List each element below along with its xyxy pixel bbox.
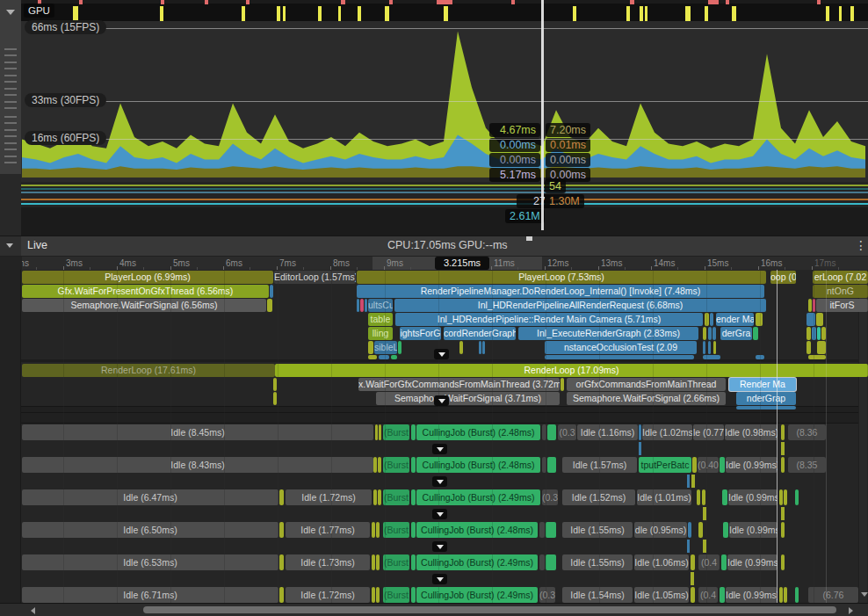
timeline-bar[interactable]: CullingJob (Burst) (2.49ms) [416, 554, 538, 570]
timeline-bar[interactable]: Idle (6.53ms) [22, 554, 278, 570]
timeline-bar[interactable] [539, 554, 545, 570]
timeline-bar[interactable]: Idle (1.72ms) [286, 587, 370, 603]
timeline-bar[interactable] [273, 392, 277, 405]
gpu-frame-marker[interactable] [318, 6, 322, 21]
timeline-bar[interactable]: Idle (0.99ms) [727, 554, 778, 570]
timeline-bar[interactable]: RenderLoop (17.09ms) [275, 364, 868, 377]
timeline-bar[interactable] [459, 341, 463, 354]
timeline-bar[interactable]: Idle (1.55ms) [562, 554, 633, 570]
timeline-bar[interactable]: Idle (1.77ms) [286, 522, 370, 538]
gpu-frame-marker[interactable] [277, 6, 280, 21]
timeline-bar[interactable]: Idle (0.99ms) [728, 489, 778, 505]
legend-drag-handle[interactable] [4, 129, 17, 137]
timeline-bar[interactable] [807, 341, 811, 354]
timeline-bar[interactable] [368, 355, 377, 359]
timeline-bar[interactable] [816, 313, 823, 326]
timeline-bar[interactable]: Idle (0.98ms) [725, 424, 778, 440]
timeline-bar[interactable] [539, 522, 545, 538]
timeline-bar[interactable]: sibleLi [374, 341, 397, 354]
timeline-bar[interactable] [702, 489, 705, 505]
flow-event-marker[interactable] [432, 476, 447, 487]
chart-selection-line[interactable] [541, 0, 544, 230]
timeline-bar[interactable] [373, 489, 377, 505]
timeline-bar[interactable] [817, 327, 821, 340]
timeline-bar[interactable] [379, 424, 381, 440]
timeline-sub-tick[interactable] [639, 442, 641, 455]
timeline-bar[interactable]: CullingJob (Burst) (2.49ms) [416, 587, 538, 603]
timeline-bar[interactable] [270, 285, 273, 298]
timeline-bar[interactable] [378, 489, 381, 505]
timeline-bar[interactable]: (Burst [383, 457, 409, 473]
timeline-bar[interactable]: (Burst [383, 522, 409, 538]
timeline-bar[interactable]: (0.40 [698, 457, 719, 473]
timeline-bar[interactable]: itForS [816, 299, 868, 312]
legend-drag-handle[interactable] [4, 142, 17, 150]
timeline-bar[interactable] [795, 489, 799, 505]
timeline-bar[interactable]: nstanceOcclusionTest (2.09 [545, 341, 697, 354]
timeline-bar[interactable]: (Burst [383, 554, 409, 570]
timeline-bar[interactable] [546, 522, 556, 538]
timeline-bar[interactable]: CullingJob (Burst) (2.48ms) [416, 457, 540, 473]
legend-drag-handle[interactable] [4, 48, 17, 56]
timeline-bar[interactable]: Inl_HDRenderPipeline::Render Main Camera… [395, 313, 703, 326]
timeline-bar[interactable] [781, 522, 785, 538]
timeline-bar[interactable]: (0.3 [539, 587, 555, 603]
timeline-bar[interactable] [479, 341, 481, 354]
timeline-bar[interactable] [376, 522, 380, 538]
legend-drag-handle[interactable] [4, 116, 17, 124]
scroll-right-icon[interactable] [849, 607, 857, 614]
timeline-bar[interactable]: Idle (1.06ms) [634, 554, 689, 570]
timeline-bar[interactable] [708, 341, 711, 354]
time-ruler[interactable]: 2ms3ms4ms5ms6ms7ms8ms9ms11ms12ms13ms14ms… [22, 257, 868, 270]
timeline-bar[interactable]: Idle (1.16ms) [577, 424, 638, 440]
timeline-bar[interactable] [482, 341, 485, 354]
timeline-bar[interactable]: derGra [720, 327, 752, 340]
legend-drag-handle[interactable] [4, 101, 17, 109]
timeline-bar[interactable]: RenderLoop (17.61ms) [22, 364, 275, 377]
timeline-bar[interactable] [279, 489, 284, 505]
timeline-bar[interactable] [639, 424, 641, 440]
timeline-bar[interactable] [561, 378, 564, 391]
timeline-bar[interactable] [708, 327, 712, 340]
timeline-bar[interactable] [375, 424, 378, 440]
timeline-bar[interactable]: erLoop (7.02 [813, 271, 868, 284]
timeline-bar[interactable]: CullingJob (Burst) (2.49ms) [416, 489, 540, 505]
kebab-menu-icon[interactable]: ⋮ [855, 238, 867, 252]
timeline-bar[interactable]: Semaphore.WaitForSignal (3.71ms) [376, 392, 560, 405]
gpu-frame-marker[interactable] [626, 6, 630, 21]
timeline-bar[interactable]: le (0.77m [693, 424, 724, 440]
timeline-bar[interactable] [710, 313, 713, 326]
timeline-bar[interactable] [372, 587, 375, 603]
chart-collapse-icon[interactable] [6, 10, 15, 19]
timeline-bar[interactable]: Idle (1.72ms) [286, 489, 372, 505]
timeline-sub-tick[interactable] [687, 475, 690, 488]
timeline-bar[interactable] [360, 299, 364, 312]
timeline-bar[interactable]: (8.35 [788, 457, 826, 473]
timeline-bar[interactable] [808, 355, 826, 359]
timeline-bar[interactable] [411, 457, 416, 473]
timeline-bar[interactable] [411, 424, 416, 440]
legend-drag-handle[interactable] [4, 62, 17, 69]
timeline-bar[interactable] [784, 587, 787, 603]
timeline-bar[interactable] [720, 457, 725, 473]
flow-event-marker[interactable] [432, 541, 447, 552]
timeline-bar[interactable]: cordRenderGraph (1.5 [444, 327, 516, 340]
timeline-bar[interactable] [721, 554, 727, 570]
timeline-bar[interactable]: (0.4 [698, 554, 720, 570]
timeline-bar[interactable] [756, 313, 763, 326]
timeline-bar[interactable] [368, 341, 373, 354]
timeline-bar[interactable] [547, 424, 556, 440]
timeline-bar[interactable]: Idle (6.50ms) [22, 522, 278, 538]
timeline-bar[interactable] [376, 554, 380, 570]
timeline-bar[interactable]: Inl_HDRenderPipelineAllRenderRequest (6.… [394, 299, 766, 312]
legend-drag-handle[interactable] [4, 156, 17, 163]
gpu-frame-marker[interactable] [645, 6, 647, 21]
timeline-bar[interactable] [736, 406, 796, 409]
timeline-bar[interactable] [411, 554, 416, 570]
timeline-bar[interactable]: Idle (1.05ms) [634, 587, 689, 603]
gpu-frame-marker[interactable] [573, 6, 576, 21]
flow-event-marker[interactable] [432, 444, 447, 454]
horizontal-scrollbar[interactable] [0, 603, 868, 616]
timeline-bar[interactable] [267, 299, 272, 312]
gpu-marker-strip[interactable] [21, 0, 868, 21]
